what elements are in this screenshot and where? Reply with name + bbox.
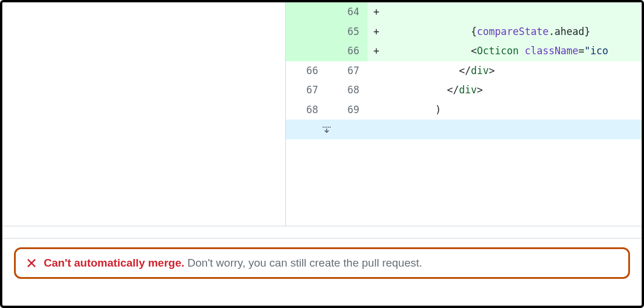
diff-left-pane bbox=[2, 2, 286, 226]
merge-status-notice: Can't automatically merge. Don't worry, … bbox=[14, 247, 630, 279]
svg-point-3 bbox=[328, 127, 329, 128]
svg-point-1 bbox=[324, 127, 326, 128]
svg-point-2 bbox=[326, 127, 327, 128]
line-number-new[interactable]: 67 bbox=[327, 61, 368, 81]
line-number-new[interactable]: 69 bbox=[327, 100, 368, 120]
diff-marker: + bbox=[368, 22, 385, 42]
code-content[interactable]: </div> bbox=[385, 80, 642, 100]
line-number-old[interactable]: 67 bbox=[286, 80, 327, 100]
expand-down-button[interactable] bbox=[286, 120, 368, 139]
diff-marker: + bbox=[368, 41, 385, 61]
expand-hunk-row bbox=[286, 120, 642, 139]
code-content[interactable]: ) bbox=[385, 100, 642, 120]
svg-point-0 bbox=[323, 127, 324, 128]
diff-view: 64+ 65+ {compareState.ahead}66+ <Octicon… bbox=[286, 2, 642, 226]
line-number-old[interactable] bbox=[286, 41, 327, 61]
code-content[interactable]: </div> bbox=[385, 61, 642, 81]
diff-line[interactable]: 6667 </div> bbox=[286, 61, 642, 81]
hunk-spacer bbox=[385, 120, 642, 139]
merge-status-body: Don't worry, you can still create the pu… bbox=[187, 257, 422, 269]
line-number-new[interactable]: 66 bbox=[327, 41, 368, 61]
line-number-new[interactable]: 64 bbox=[327, 2, 368, 22]
line-number-old[interactable] bbox=[286, 2, 327, 22]
hunk-spacer bbox=[368, 120, 385, 139]
line-number-new[interactable]: 65 bbox=[327, 22, 368, 42]
diff-line[interactable]: 64+ bbox=[286, 2, 642, 22]
code-content[interactable]: {compareState.ahead} bbox=[385, 22, 642, 42]
diff-line[interactable]: 66+ <Octicon className="ico bbox=[286, 41, 642, 61]
line-number-new[interactable]: 68 bbox=[327, 80, 368, 100]
diff-marker bbox=[368, 100, 385, 120]
line-number-old[interactable]: 68 bbox=[286, 100, 327, 120]
diff-line[interactable]: 6869 ) bbox=[286, 100, 642, 120]
line-number-old[interactable] bbox=[286, 22, 327, 42]
merge-status-title: Can't automatically merge. bbox=[44, 257, 184, 269]
diff-line[interactable]: 6768 </div> bbox=[286, 80, 642, 100]
diff-marker: + bbox=[368, 2, 385, 22]
diff-marker bbox=[368, 80, 385, 100]
x-icon bbox=[26, 258, 37, 268]
diff-marker bbox=[368, 61, 385, 81]
diff-line[interactable]: 65+ {compareState.ahead} bbox=[286, 22, 642, 42]
code-content[interactable] bbox=[385, 2, 642, 22]
line-number-old[interactable]: 66 bbox=[286, 61, 327, 81]
diff-table: 64+ 65+ {compareState.ahead}66+ <Octicon… bbox=[286, 2, 642, 139]
section-divider bbox=[2, 238, 642, 239]
code-content[interactable]: <Octicon className="ico bbox=[385, 41, 642, 61]
svg-point-4 bbox=[330, 127, 331, 128]
